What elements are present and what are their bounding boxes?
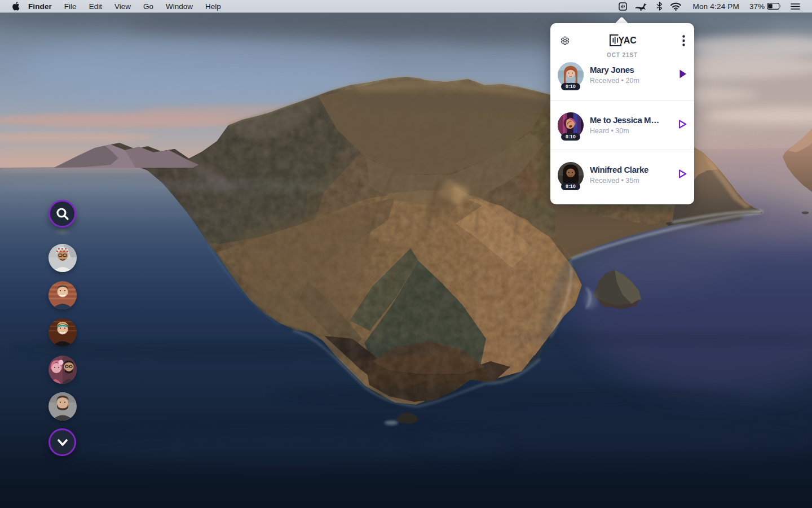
svg-text:YAC: YAC xyxy=(619,36,637,45)
